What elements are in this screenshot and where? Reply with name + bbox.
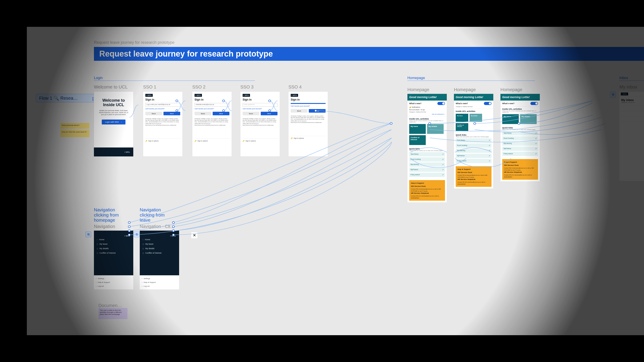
sso-next-button[interactable]: Next xyxy=(164,112,180,115)
homepage-hero: Good morning Lottie! xyxy=(408,94,447,100)
frame-navigation-b[interactable]: UCL Home My leave My details Conflict of… xyxy=(140,231,179,289)
sso-email-field[interactable]: Log in with your userID@ucl.ac.uk xyxy=(145,103,180,107)
tile-my-leave[interactable]: My leave xyxy=(409,124,426,134)
ucl-logo: UCL xyxy=(242,94,250,97)
login-sso-button-label: Login with SSO xyxy=(105,121,119,123)
sso-signin-options[interactable]: Sign-in options xyxy=(194,139,230,142)
frame-sso-3[interactable]: UCL Sign in Enter password Can't access … xyxy=(240,92,280,156)
sso-next-button[interactable]: Next xyxy=(309,109,326,113)
sso-signin-options[interactable]: Sign-in options xyxy=(242,139,278,142)
nav-link-settings[interactable]: Settings xyxy=(96,277,132,281)
sso-cant-access-link[interactable]: Can't access your account? xyxy=(145,108,180,109)
frame-homepage-2[interactable]: Good morning Lottie! What's new? Change … xyxy=(454,94,493,189)
activities-title: Inside UCL activities xyxy=(409,118,445,120)
frame-label[interactable]: SSO 1 xyxy=(143,84,156,90)
sso-next-button[interactable]: Next xyxy=(261,112,278,115)
sticky-note[interactable]: Work personal admin? xyxy=(60,123,90,129)
tile-conflict[interactable]: Conflict of interest xyxy=(409,135,426,145)
sticky-note[interactable]: The user is able to find the activities … xyxy=(98,308,128,319)
quick-links-subtitle: These links will redirect you to other U… xyxy=(409,150,445,151)
sso-cant-access-link[interactable]: Can't access your account? xyxy=(242,108,278,109)
notif-title: Personal details · 1h ago xyxy=(409,109,425,110)
ucl-logo: UCL xyxy=(291,94,298,97)
frame-homepage-3[interactable]: Good morning Lottie! What's new? Inside … xyxy=(500,94,540,181)
tile-my-leave[interactable]: My leave xyxy=(502,114,519,124)
frame-label[interactable]: SSO 4 xyxy=(288,84,302,90)
frame-label[interactable]: SSO 2 xyxy=(192,84,206,90)
support-isd-body: Contact ISD at itservices@ucl.ac.uk or c… xyxy=(411,188,441,192)
frame-navigation-a[interactable]: UCL Home My leave My details Conflict of… xyxy=(94,231,133,289)
quick-link[interactable]: Room booking xyxy=(409,157,445,162)
nav-item-home[interactable]: Home xyxy=(142,237,177,242)
sso-back-button[interactable]: Back xyxy=(291,109,308,113)
frame-label[interactable]: Navigation - Cli… xyxy=(140,224,175,229)
sso-cant-access-link[interactable]: Can't access your account? xyxy=(291,105,326,107)
nav-item-home[interactable]: Home xyxy=(96,237,131,242)
frame-label[interactable]: My inbox xyxy=(620,84,637,90)
tile-my-details[interactable]: My details xyxy=(470,114,482,122)
frame-sso-1[interactable]: UCL Sign in Log in with your userID@ucl.… xyxy=(143,92,182,156)
frame-homepage-1[interactable]: Good morning Lottie! What's new? 🔔 Notif… xyxy=(408,94,447,202)
inbox-title: My inbox xyxy=(621,98,644,102)
frame-welcome[interactable]: Welcome to Inside UCL Update your person… xyxy=(94,92,133,156)
whats-new-toggle[interactable] xyxy=(530,102,538,105)
whats-new-toggle[interactable] xyxy=(484,102,492,105)
prototype-start-marker[interactable]: ⧉ xyxy=(86,232,91,237)
sso-password-field[interactable]: Enter password xyxy=(242,103,278,107)
nav-link-logout[interactable]: Log out xyxy=(96,284,132,288)
sso-signin-options[interactable]: Sign-in options xyxy=(145,139,180,142)
close-icon[interactable]: ✕ xyxy=(191,232,198,239)
prototype-start-marker[interactable]: ⧉ xyxy=(134,232,140,237)
sso-signin-options[interactable]: Sign-in options xyxy=(291,136,326,139)
help-support-box: Help & Support ISD Service Desk Contact … xyxy=(409,180,445,201)
nav-item-my-details[interactable]: My details xyxy=(96,246,131,251)
nav-item-conflict[interactable]: Conflict of interest xyxy=(96,251,131,255)
frame-label[interactable]: Homepage xyxy=(500,87,522,92)
tile-my-details[interactable]: My details xyxy=(520,114,537,124)
sso-back-button[interactable]: Back xyxy=(242,112,260,115)
nav-item-conflict[interactable]: Conflict of interest xyxy=(142,251,177,255)
section-label-inbox: Inbox xyxy=(620,76,644,81)
prototype-start-marker[interactable]: ⧉ xyxy=(610,92,616,97)
nav-link-logout[interactable]: Log out xyxy=(142,284,177,288)
nav-item-my-details[interactable]: My details xyxy=(142,246,177,251)
quick-link[interactable]: Policy search xyxy=(409,173,445,177)
sso-heading: Sign in xyxy=(242,98,278,101)
tile-conflict[interactable]: Conflict of interest xyxy=(456,123,468,131)
tile-my-details[interactable]: My details xyxy=(427,124,444,134)
sso-back-button[interactable]: Back xyxy=(194,112,211,115)
nav-item-my-leave[interactable]: My leave xyxy=(142,242,177,246)
quick-link[interactable]: MyFinance xyxy=(409,168,445,172)
sso-cant-access-link[interactable]: Can't access your account? xyxy=(194,108,230,109)
welcome-title: Welcome to Inside UCL xyxy=(98,98,129,107)
whats-new-toggle[interactable] xyxy=(438,102,445,105)
sso-back-button[interactable]: Back xyxy=(145,112,162,115)
quick-link[interactable]: Task library xyxy=(409,152,445,156)
frame-label[interactable]: Homepage xyxy=(454,87,476,92)
frame-label[interactable]: SSO 3 xyxy=(240,84,254,90)
sso-email-field[interactable]: charlotte.evans@ucl.ac.uk xyxy=(194,103,230,107)
nav-link-help[interactable]: Help & Support xyxy=(142,281,177,284)
support-heading: Help & Support xyxy=(411,182,443,184)
login-sso-button[interactable]: Login with SSO → xyxy=(102,120,125,124)
quick-link[interactable]: MyLearning xyxy=(409,162,445,167)
sso-next-button[interactable]: Next xyxy=(213,112,230,115)
tile-my-leave[interactable]: My leave xyxy=(456,114,468,122)
support-hr-title: HR Service Helpdesk xyxy=(411,192,443,194)
flow-starting-point-pill[interactable]: Flow 1 🔍 Resea… ▷ xyxy=(36,94,98,102)
nav-link-settings[interactable]: Settings xyxy=(142,277,177,281)
ucl-logo: UCL xyxy=(194,94,202,97)
ucl-logo: UCL xyxy=(145,94,153,97)
view-all-notifications-link[interactable]: View all notifications > xyxy=(409,113,445,115)
frame-label[interactable]: Homepage xyxy=(408,87,429,92)
frame-sso-2[interactable]: UCL Sign in charlotte.evans@ucl.ac.uk Ca… xyxy=(192,92,232,156)
frame-inbox[interactable]: UCL My inbox Show 14 · 14 of 14 xyxy=(620,92,644,181)
sso-help-text: University College London. For support, … xyxy=(145,118,180,137)
frame-label[interactable]: Navigation xyxy=(94,224,115,229)
figma-canvas[interactable]: Request leave journey for research proto… xyxy=(27,27,644,335)
nav-link-help[interactable]: Help & Support xyxy=(96,281,132,284)
frame-sso-4[interactable]: UCL Sign in Can't access your account? B… xyxy=(288,92,328,156)
sticky-note[interactable]: How do I find the cover level 0? xyxy=(60,130,90,137)
frame-label[interactable]: Welcome to UCL xyxy=(94,84,128,90)
nav-item-my-leave[interactable]: My leave xyxy=(96,242,131,246)
